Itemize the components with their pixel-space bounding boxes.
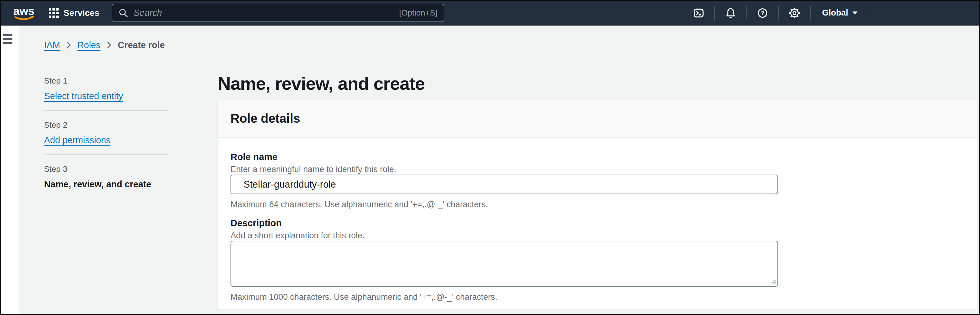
search-shortcut-hint: [Option+S] (399, 8, 438, 18)
terminal-icon (693, 8, 704, 19)
breadcrumb: IAM Roles Create role (44, 40, 979, 51)
breadcrumb-link-roles[interactable]: Roles (78, 40, 100, 51)
page-body: IAM Roles Create role Step 1 Select trus… (1, 26, 979, 314)
app-grid-icon (49, 8, 59, 18)
help-button[interactable]: ? (757, 8, 768, 19)
card-body: Role name Enter a meaningful name to ide… (218, 138, 977, 310)
aws-logo[interactable]: aws (13, 5, 37, 21)
cloudshell-button[interactable] (693, 8, 704, 19)
settings-button[interactable] (789, 7, 800, 19)
services-label: Services (64, 8, 99, 18)
svg-text:aws: aws (13, 5, 35, 18)
search-icon (119, 8, 129, 18)
card-title: Role details (231, 110, 964, 126)
step-link-select-trusted-entity[interactable]: Select trusted entity (44, 90, 123, 102)
hamburger-icon (3, 34, 13, 36)
role-name-label: Role name (231, 151, 964, 163)
step-link-add-permissions[interactable]: Add permissions (44, 134, 110, 146)
role-name-constraint-text: Maximum 64 characters. Use alphanumeric … (231, 199, 964, 210)
description-constraint-text: Maximum 1000 characters. Use alphanumeri… (231, 292, 964, 302)
resize-handle-icon[interactable] (771, 279, 776, 285)
description-label: Description (231, 217, 964, 229)
aws-console-window: aws Services Search [Option+S] (0, 0, 980, 315)
collapsed-side-navigation (1, 26, 19, 314)
chevron-down-icon (853, 11, 858, 14)
wizard-steps-nav: Step 1 Select trusted entity Step 2 Add … (44, 73, 168, 207)
card-header: Role details (218, 100, 977, 138)
topbar-utilities: ? (683, 6, 869, 20)
topbar-separator (869, 6, 869, 20)
step-number-label: Step 2 (44, 120, 168, 130)
wizard-step-3: Step 3 Name, review, and create (44, 164, 168, 198)
step-number-label: Step 1 (44, 75, 168, 86)
notifications-button[interactable] (725, 7, 737, 19)
question-mark-icon: ? (757, 8, 768, 19)
wizard-step-2: Step 2 Add permissions (44, 120, 168, 155)
services-menu-button[interactable]: Services (49, 8, 99, 18)
menu-toggle-button[interactable] (3, 34, 15, 47)
role-name-field-group: Role name Enter a meaningful name to ide… (231, 151, 964, 210)
region-selector[interactable]: Global (822, 8, 858, 18)
step-number-label: Step 3 (44, 164, 168, 174)
wizard-step-content: Name, review, and create Role details Ro… (218, 73, 977, 310)
search-input[interactable]: Search [Option+S] (112, 4, 444, 22)
description-help-text: Add a short explanation for this role. (231, 230, 964, 241)
aws-logo-icon: aws (13, 5, 37, 21)
topbar-separator (746, 6, 747, 20)
topbar-separator (778, 6, 779, 20)
gear-icon (789, 7, 800, 19)
topbar-separator (810, 6, 811, 20)
chevron-right-icon (67, 41, 71, 49)
region-label: Global (822, 8, 848, 18)
role-name-help-text: Enter a meaningful name to identify this… (231, 164, 964, 174)
role-details-card: Role details Role name Enter a meaningfu… (218, 100, 977, 310)
breadcrumb-link-iam[interactable]: IAM (44, 40, 60, 51)
description-field-group: Description Add a short explanation for … (231, 217, 964, 302)
topbar-divider (39, 6, 40, 20)
description-textarea[interactable] (231, 241, 778, 287)
main-content-area: IAM Roles Create role Step 1 Select trus… (19, 26, 979, 314)
step-current-title: Name, review, and create (44, 179, 151, 190)
svg-text:?: ? (760, 10, 764, 16)
search-placeholder: Search (134, 8, 162, 18)
page-title: Name, review, and create (218, 73, 977, 94)
bell-icon (725, 7, 737, 19)
chevron-right-icon (107, 41, 111, 49)
role-name-input[interactable] (231, 174, 778, 194)
topbar-separator (714, 6, 715, 20)
breadcrumb-current: Create role (118, 40, 165, 51)
wizard-step-1: Step 1 Select trusted entity (44, 75, 168, 111)
top-navigation-bar: aws Services Search [Option+S] (1, 1, 979, 26)
